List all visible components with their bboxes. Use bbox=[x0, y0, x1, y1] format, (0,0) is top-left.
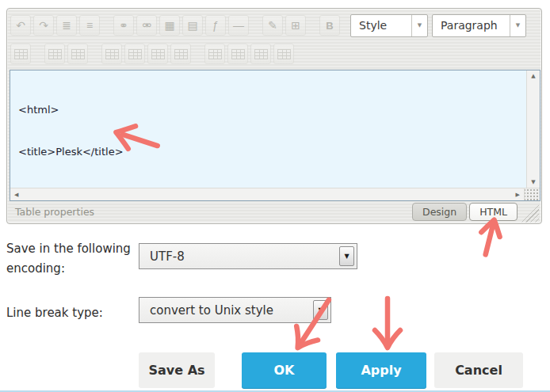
insert-column-after-icon bbox=[231, 49, 245, 59]
ordered-list-icon: ≣ bbox=[62, 20, 71, 31]
insert-column-after-button[interactable] bbox=[227, 44, 248, 64]
ok-button[interactable]: OK bbox=[242, 352, 327, 388]
annotation-arrow-apply bbox=[367, 295, 408, 356]
insert-table-button[interactable] bbox=[10, 44, 31, 64]
edit-html-source-icon: ✎ bbox=[268, 20, 277, 31]
horizontal-rule-button[interactable]: — bbox=[228, 15, 249, 36]
insert-row-after-button[interactable] bbox=[124, 44, 145, 64]
delete-row-icon bbox=[151, 49, 165, 59]
insert-column-before-button[interactable] bbox=[204, 44, 225, 64]
delete-row-button[interactable] bbox=[147, 44, 168, 64]
scroll-corner-grip bbox=[524, 188, 540, 200]
style-dropdown-value: Style bbox=[351, 19, 411, 32]
encoding-select[interactable]: UTF-8 ▼ bbox=[139, 243, 357, 269]
horizontal-rule-icon: — bbox=[233, 20, 244, 31]
image-button[interactable]: ▦ bbox=[159, 15, 180, 36]
tab-html[interactable]: HTML bbox=[469, 203, 518, 221]
unordered-list-button[interactable]: ≡ bbox=[79, 15, 100, 36]
delete-column-icon bbox=[174, 49, 188, 59]
tab-design[interactable]: Design bbox=[412, 203, 467, 221]
apply-button[interactable]: Apply bbox=[336, 352, 426, 388]
line-break-select-value: convert to Unix style bbox=[139, 303, 313, 318]
rich-text-editor: ↶ ↷ ≣ ≡ ⚭ ⚮ ▦ ▤ ƒ — ✎ ⊞ B Style ▼ Paragr… bbox=[6, 8, 542, 224]
split-cells-icon bbox=[254, 49, 268, 59]
table-row-properties-icon bbox=[48, 49, 62, 59]
encoding-select-value: UTF-8 bbox=[139, 249, 339, 264]
visual-aid-grid-icon: ⊞ bbox=[291, 20, 300, 31]
editor-toolbar-primary: ↶ ↷ ≣ ≡ ⚭ ⚮ ▦ ▤ ƒ — ✎ ⊞ B Style ▼ Paragr… bbox=[10, 13, 526, 37]
resize-handle-icon[interactable] bbox=[521, 205, 539, 223]
table-cell-properties-button[interactable] bbox=[67, 44, 88, 64]
flash-media-button[interactable]: ƒ bbox=[205, 15, 226, 36]
insert-table-icon bbox=[14, 49, 28, 59]
bold-button[interactable]: B bbox=[319, 15, 340, 36]
bold-icon: B bbox=[326, 21, 333, 31]
scroll-up-icon[interactable]: ▲ bbox=[531, 73, 535, 79]
undo-icon: ↶ bbox=[16, 20, 25, 31]
chevron-down-icon: ▼ bbox=[313, 300, 328, 320]
merge-cells-button[interactable] bbox=[273, 44, 294, 64]
code-text: <html> <title>Plesk</title> <body> Test … bbox=[10, 70, 526, 188]
redo-button[interactable]: ↷ bbox=[33, 15, 54, 36]
unlink-icon: ⚮ bbox=[142, 20, 151, 31]
ordered-list-button[interactable]: ≣ bbox=[56, 15, 77, 36]
paste-icon: ▤ bbox=[187, 20, 197, 31]
table-row-properties-button[interactable] bbox=[44, 44, 65, 64]
chevron-down-icon: ▼ bbox=[411, 15, 427, 36]
code-editor[interactable]: <html> <title>Plesk</title> <body> Test … bbox=[10, 70, 540, 201]
editor-mode-tabs: Design HTML bbox=[412, 203, 518, 221]
table-cell-properties-icon bbox=[71, 49, 85, 59]
vertical-scrollbar[interactable]: ▲ ▼ bbox=[526, 70, 540, 188]
paragraph-format-dropdown[interactable]: Paragraph ▼ bbox=[432, 14, 526, 37]
chevron-down-icon: ▼ bbox=[510, 15, 525, 36]
visual-aid-button[interactable]: ⊞ bbox=[285, 15, 306, 36]
horizontal-scrollbar[interactable]: ◀ ▶ bbox=[10, 188, 524, 200]
line-break-label: Line break type: bbox=[6, 303, 103, 323]
scroll-left-icon[interactable]: ◀ bbox=[14, 192, 18, 198]
insert-row-before-button[interactable] bbox=[101, 44, 122, 64]
undo-button[interactable]: ↶ bbox=[10, 15, 31, 36]
unordered-list-icon: ≡ bbox=[86, 20, 93, 31]
editor-status-bar: Table properties Design HTML bbox=[7, 200, 541, 223]
editor-toolbar-table bbox=[10, 41, 296, 67]
merge-cells-icon bbox=[277, 49, 291, 59]
unlink-button[interactable]: ⚮ bbox=[136, 15, 157, 36]
save-as-button[interactable]: Save As bbox=[139, 352, 215, 388]
delete-column-button[interactable] bbox=[170, 44, 191, 64]
paragraph-format-value: Paragraph bbox=[433, 19, 510, 32]
scroll-down-icon[interactable]: ▼ bbox=[531, 179, 535, 185]
insert-column-before-icon bbox=[208, 49, 222, 59]
style-dropdown[interactable]: Style ▼ bbox=[350, 14, 428, 37]
insert-row-after-icon bbox=[128, 49, 142, 59]
split-cells-button[interactable] bbox=[250, 44, 271, 64]
statusbar-element-path[interactable]: Table properties bbox=[15, 206, 94, 218]
encoding-label: Save in the following encoding: bbox=[6, 239, 139, 279]
paste-button[interactable]: ▤ bbox=[182, 15, 203, 36]
code-line: <html> bbox=[18, 103, 526, 117]
insert-row-before-icon bbox=[105, 49, 119, 59]
redo-icon: ↷ bbox=[39, 20, 48, 31]
cancel-button[interactable]: Cancel bbox=[434, 352, 523, 388]
chevron-down-icon: ▼ bbox=[339, 246, 354, 266]
image-icon: ▦ bbox=[164, 20, 174, 31]
link-icon: ⚭ bbox=[119, 20, 128, 31]
code-line: <title>Plesk</title> bbox=[18, 145, 526, 159]
edit-html-source-button[interactable]: ✎ bbox=[262, 15, 283, 36]
flash-media-icon: ƒ bbox=[212, 20, 219, 31]
link-button[interactable]: ⚭ bbox=[113, 15, 134, 36]
file-editor-dialog: ↶ ↷ ≣ ≡ ⚭ ⚮ ▦ ▤ ƒ — ✎ ⊞ B Style ▼ Paragr… bbox=[0, 0, 550, 392]
line-break-select[interactable]: convert to Unix style ▼ bbox=[139, 297, 331, 323]
scroll-right-icon[interactable]: ▶ bbox=[516, 192, 520, 198]
